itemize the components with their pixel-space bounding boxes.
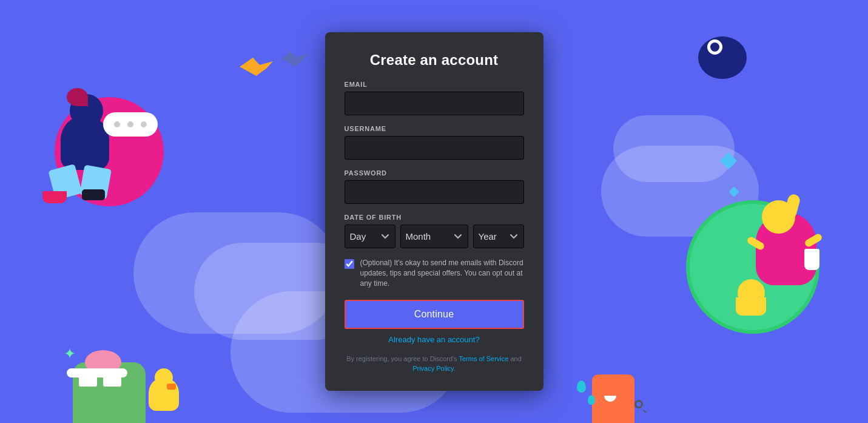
dob-group: DATE OF BIRTH Day 12345 678910 111213141… [345, 214, 524, 248]
magnifier-icon [634, 400, 647, 412]
email-input[interactable] [345, 92, 524, 115]
username-input[interactable] [345, 136, 524, 160]
tos-prefix: By registering, you agree to Discord's [346, 355, 459, 362]
email-opt-in-row: (Optional) It's okay to send me emails w… [345, 258, 524, 288]
year-select[interactable]: Year 2024202320222021 2020201020001990 1… [473, 225, 524, 248]
password-label: PASSWORD [345, 169, 524, 177]
day-select[interactable]: Day 12345 678910 1112131415 1617181920 2… [345, 225, 395, 248]
registration-modal: Create an account EMAIL USERNAME PASSWOR… [325, 32, 543, 390]
bottom-right-creature [589, 368, 638, 423]
dob-label: DATE OF BIRTH [345, 214, 524, 221]
username-group: USERNAME [345, 125, 524, 160]
right-character-illustration [662, 200, 832, 382]
already-account-link[interactable]: Already have an account? [345, 335, 524, 344]
tos-text: By registering, you agree to Discord's T… [345, 354, 524, 374]
username-label: USERNAME [345, 125, 524, 132]
email-group: EMAIL [345, 81, 524, 115]
modal-title: Create an account [345, 52, 524, 69]
tos-suffix: . [454, 365, 456, 372]
password-input[interactable] [345, 180, 524, 204]
privacy-link[interactable]: Privacy Policy [412, 365, 454, 372]
cyan-droplet-2 [588, 395, 595, 405]
cyan-droplets [577, 381, 586, 393]
left-character-illustration [18, 79, 212, 334]
bottom-left-characters: ✦ [61, 326, 230, 423]
password-group: PASSWORD [345, 169, 524, 204]
tos-link[interactable]: Terms of Service [459, 355, 508, 362]
month-select[interactable]: Month JanuaryFebruaryMarch AprilMayJune … [400, 225, 468, 248]
top-right-creature [698, 36, 747, 79]
continue-button[interactable]: Continue [345, 300, 524, 329]
email-opt-in-checkbox[interactable] [345, 259, 354, 269]
dob-row: Day 12345 678910 1112131415 1617181920 2… [345, 225, 524, 248]
email-opt-in-label: (Optional) It's okay to send me emails w… [360, 258, 524, 288]
email-label: EMAIL [345, 81, 524, 88]
tos-and: and [508, 355, 521, 362]
